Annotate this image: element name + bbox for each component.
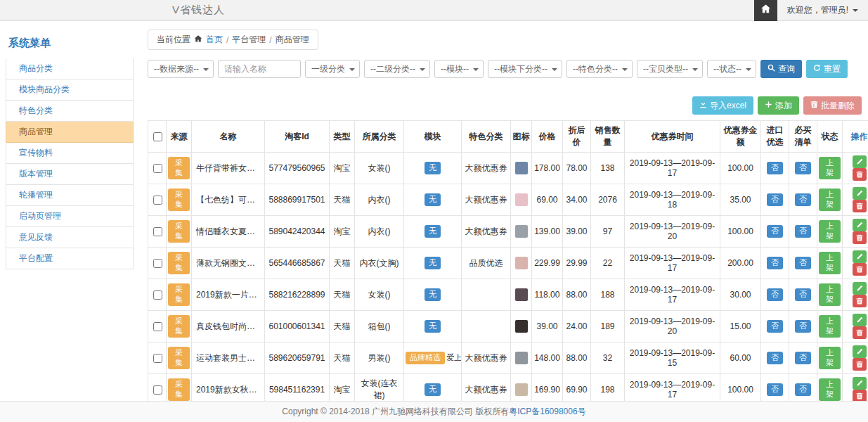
cell-must-buy: 否 <box>789 248 817 279</box>
edit-button[interactable] <box>853 155 867 168</box>
must-buy-badge[interactable]: 否 <box>795 288 811 301</box>
add-button[interactable]: 添加 <box>758 96 799 115</box>
sidebar-subitem-商品分类[interactable]: 商品分类 <box>6 58 134 79</box>
edit-button[interactable] <box>853 345 867 358</box>
delete-button[interactable] <box>853 358 867 371</box>
row-checkbox[interactable] <box>153 164 162 173</box>
sidebar-subitem-商品管理[interactable]: 商品管理 <box>6 122 134 143</box>
status-badge[interactable]: 上架 <box>819 283 841 306</box>
must-buy-badge[interactable]: 否 <box>795 225 811 238</box>
select-status[interactable]: --状态-- <box>707 60 756 78</box>
module-badge: 无 <box>425 320 441 333</box>
import-select-badge[interactable]: 否 <box>767 225 783 238</box>
reset-button[interactable]: 重置 <box>806 60 848 78</box>
must-buy-badge[interactable]: 否 <box>795 383 811 396</box>
row-checkbox[interactable] <box>153 354 162 363</box>
delete-button[interactable] <box>853 168 867 181</box>
import-excel-button[interactable]: 导入excel <box>692 96 753 115</box>
import-select-badge[interactable]: 否 <box>767 162 783 174</box>
import-select-badge[interactable]: 否 <box>767 352 783 364</box>
sidebar-subitem-宣传物料[interactable]: 宣传物料 <box>6 143 134 164</box>
row-checkbox[interactable] <box>153 385 162 395</box>
breadcrumb-home-link[interactable]: 首页 <box>206 34 223 46</box>
row-checkbox[interactable] <box>153 322 162 331</box>
home-button[interactable] <box>754 0 777 21</box>
sidebar-subitem-平台配置[interactable]: 平台配置 <box>6 248 134 269</box>
select-feature-category[interactable]: --特色分类-- <box>566 60 633 78</box>
user-menu[interactable]: 欢迎您，管理员! <box>777 4 868 16</box>
edit-button[interactable] <box>853 219 867 231</box>
import-select-badge[interactable]: 否 <box>767 257 783 269</box>
cell-module: 无 <box>404 184 462 216</box>
edit-button[interactable] <box>853 187 867 200</box>
source-badge: 采集 <box>168 378 190 401</box>
delete-button[interactable] <box>853 295 867 307</box>
edit-button[interactable] <box>853 314 867 326</box>
import-select-badge[interactable]: 否 <box>767 288 783 301</box>
cell-name: 真皮钱包时尚优雅女士... <box>192 311 265 343</box>
cell-sales: 97 <box>591 216 625 248</box>
cell-name: 情侣睡衣女夏丝绸男士... <box>192 216 265 248</box>
cell-checkbox <box>148 216 167 248</box>
import-select-badge[interactable]: 否 <box>767 193 783 206</box>
row-checkbox[interactable] <box>153 196 162 205</box>
col-header-销售数量: 销售数量 <box>591 121 625 153</box>
refresh-icon <box>813 64 821 74</box>
select-level1-category[interactable]: 一级分类 <box>305 60 360 78</box>
select-item-type[interactable]: --宝贝类型-- <box>637 60 703 78</box>
must-buy-badge[interactable]: 否 <box>795 162 811 174</box>
cell-import-select: 否 <box>761 279 789 311</box>
select-module[interactable]: --模块-- <box>434 60 484 78</box>
must-buy-badge[interactable]: 否 <box>795 320 811 333</box>
edit-button[interactable] <box>853 282 867 295</box>
select-data-source[interactable]: --数据来源-- <box>148 60 214 78</box>
row-checkbox[interactable] <box>153 290 162 300</box>
batch-delete-button[interactable]: 批量删除 <box>803 96 862 115</box>
cell-taoke-id: 588869917501 <box>265 184 330 216</box>
cell-sales: 22 <box>591 248 625 279</box>
select-all-checkbox[interactable] <box>153 132 162 141</box>
cell-feature: 大额优惠券 <box>462 216 511 248</box>
sidebar-subitem-版本管理[interactable]: 版本管理 <box>6 164 134 185</box>
import-select-badge[interactable]: 否 <box>767 383 783 396</box>
edit-button[interactable] <box>853 377 867 390</box>
import-select-badge[interactable]: 否 <box>767 320 783 333</box>
select-level2-category[interactable]: --二级分类-- <box>364 60 430 78</box>
cell-feature: 大额优惠券 <box>462 343 511 374</box>
sidebar-subitem-轮播管理[interactable]: 轮播管理 <box>6 185 134 206</box>
status-badge[interactable]: 上架 <box>819 188 841 211</box>
status-badge[interactable]: 上架 <box>819 315 841 338</box>
cell-taoke-id: 589620659791 <box>265 343 330 374</box>
name-search-input[interactable] <box>218 60 301 78</box>
delete-button[interactable] <box>853 231 867 244</box>
must-buy-badge[interactable]: 否 <box>795 193 811 206</box>
delete-button[interactable] <box>853 326 867 339</box>
must-buy-badge[interactable]: 否 <box>795 352 811 364</box>
icp-link[interactable]: 粤ICP备16098006号 <box>509 406 585 418</box>
status-badge[interactable]: 上架 <box>819 347 841 369</box>
cell-category: 男装() <box>355 343 404 374</box>
sidebar-subitem-特色分类[interactable]: 特色分类 <box>6 101 134 122</box>
cell-ops <box>843 216 868 248</box>
sidebar-subitem-模块商品分类[interactable]: 模块商品分类 <box>6 79 134 101</box>
search-button[interactable]: 查询 <box>760 60 802 78</box>
module-badge: 品牌精选 <box>406 352 445 364</box>
sidebar-subitem-意见反馈[interactable]: 意见反馈 <box>6 227 134 248</box>
row-checkbox[interactable] <box>153 227 162 236</box>
cell-coupon-amount: 30.00 <box>720 279 761 311</box>
row-checkbox[interactable] <box>153 259 162 268</box>
delete-button[interactable] <box>853 200 867 212</box>
status-badge[interactable]: 上架 <box>819 378 841 401</box>
delete-button[interactable] <box>853 263 867 276</box>
product-thumbnail <box>515 383 528 396</box>
cell-discount-price: 88.00 <box>563 343 591 374</box>
must-buy-badge[interactable]: 否 <box>795 257 811 269</box>
status-badge[interactable]: 上架 <box>819 220 841 243</box>
status-badge[interactable]: 上架 <box>819 157 841 179</box>
status-badge[interactable]: 上架 <box>819 252 841 274</box>
edit-button[interactable] <box>853 250 867 263</box>
source-badge: 采集 <box>168 157 190 179</box>
sidebar-subitem-启动页管理[interactable]: 启动页管理 <box>6 206 134 227</box>
cell-category: 女装() <box>355 279 404 311</box>
select-module-subcategory[interactable]: --模块下分类-- <box>488 60 562 78</box>
